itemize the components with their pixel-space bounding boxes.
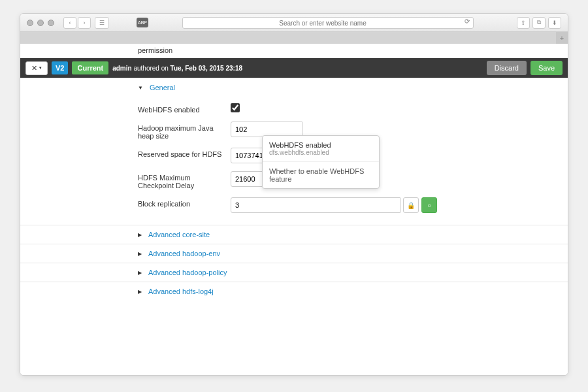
tooltip-header: WebHDFS enabled dfs.webhdfs.enabled <box>263 136 379 162</box>
address-bar[interactable] <box>182 17 474 29</box>
author-date: Tue, Feb 03, 2015 23:18 <box>171 65 242 72</box>
max-dot[interactable] <box>48 20 54 26</box>
new-tab-button[interactable]: + <box>556 32 568 44</box>
tooltip-title: WebHDFS enabled <box>269 141 372 149</box>
label-blockrep: Block replication <box>138 197 223 208</box>
section-core-title: Advanced core-site <box>148 231 210 238</box>
section-core-header[interactable]: ▶ Advanced core-site <box>20 225 568 244</box>
discard-button[interactable]: Discard <box>487 61 527 75</box>
label-reserved: Reserved space for HDFS <box>138 148 223 158</box>
section-henv-title: Advanced hadoop-env <box>148 250 220 257</box>
forward-button[interactable]: › <box>78 17 91 29</box>
sidebar-toggle[interactable]: ☰ <box>95 17 109 29</box>
authored-text: authored on <box>133 65 168 72</box>
tooltip-key: dfs.webhdfs.enabled <box>269 149 372 156</box>
back-button[interactable]: ‹ <box>63 17 76 29</box>
caret-right-icon: ▶ <box>138 232 142 238</box>
current-badge: Current <box>72 61 108 74</box>
input-blockrep[interactable] <box>231 197 400 213</box>
download-button[interactable]: ⬇ <box>548 17 561 29</box>
label-heap: Hadoop maximum Java heap size <box>138 122 223 140</box>
permission-label: permission <box>20 44 568 58</box>
page-content: permission ✕ ▾ V2 Current admin authored… <box>20 44 568 375</box>
version-bar: ✕ ▾ V2 Current admin authored on Tue, Fe… <box>20 58 568 78</box>
author-user: admin <box>112 65 131 72</box>
label-checkpoint: HDFS Maximum Checkpoint Delay <box>138 171 223 189</box>
override-button[interactable]: ○ <box>421 197 437 213</box>
row-blockrep: Block replication 🔒 ○ <box>20 193 568 217</box>
browser-window: ‹ › ☰ ABP ⟳ ⇪ ⧉ ⬇ + permission ✕ ▾ V2 Cu… <box>20 13 568 376</box>
abp-icon[interactable]: ABP <box>137 18 148 27</box>
version-badge: V2 <box>52 61 68 74</box>
section-hpol-title: Advanced hadoop-policy <box>148 269 227 276</box>
section-hlog-header[interactable]: ▶ Advanced hdfs-log4j <box>20 282 568 301</box>
checkbox-webhdfs[interactable] <box>231 103 240 112</box>
caret-right-icon: ▶ <box>138 289 142 295</box>
traffic-lights <box>27 20 54 26</box>
section-hlog-title: Advanced hdfs-log4j <box>148 287 214 295</box>
section-henv-header[interactable]: ▶ Advanced hadoop-env <box>20 244 568 263</box>
compare-button[interactable]: ✕ ▾ <box>25 61 48 75</box>
caret-right-icon: ▶ <box>138 270 142 276</box>
caret-right-icon: ▶ <box>138 251 142 257</box>
author-info: admin authored on Tue, Feb 03, 2015 23:1… <box>112 65 482 72</box>
close-dot[interactable] <box>27 20 33 26</box>
tab-strip: + <box>20 32 568 44</box>
toolbar-right: ⇪ ⧉ ⬇ <box>517 17 561 29</box>
section-general-header[interactable]: ▼ General <box>20 78 568 97</box>
row-webhdfs: WebHDFS enabled <box>20 99 568 118</box>
tabs-button[interactable]: ⧉ <box>532 17 546 29</box>
lock-icon[interactable]: 🔒 <box>403 197 419 213</box>
section-general-title: General <box>150 84 175 91</box>
min-dot[interactable] <box>37 20 44 26</box>
tooltip-desc: Whether to enable WebHDFS feature <box>263 162 379 188</box>
nav-buttons: ‹ › <box>63 17 91 29</box>
share-button[interactable]: ⇪ <box>517 17 530 29</box>
section-hpol-header[interactable]: ▶ Advanced hadoop-policy <box>20 263 568 282</box>
tooltip: WebHDFS enabled dfs.webhdfs.enabled Whet… <box>262 135 380 189</box>
save-button[interactable]: Save <box>531 61 563 75</box>
address-bar-wrap: ⟳ <box>182 16 474 29</box>
titlebar: ‹ › ☰ ABP ⟳ ⇪ ⧉ ⬇ <box>20 14 568 32</box>
label-webhdfs: WebHDFS enabled <box>138 103 223 114</box>
reload-icon[interactable]: ⟳ <box>465 18 470 25</box>
caret-down-icon: ▼ <box>138 85 143 91</box>
